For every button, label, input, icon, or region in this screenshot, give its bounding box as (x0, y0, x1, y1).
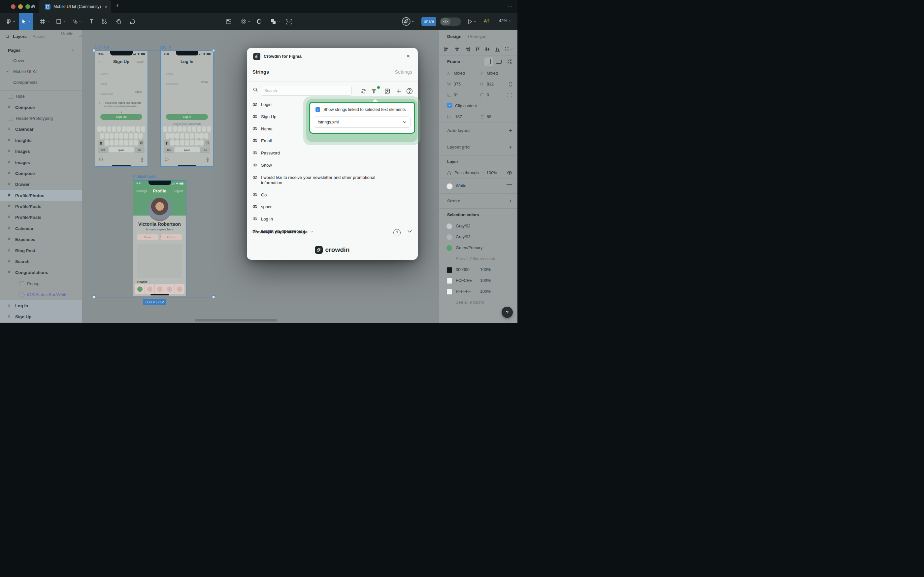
align-right-icon[interactable] (465, 47, 470, 52)
layer-row[interactable]: Drawer (0, 179, 82, 190)
hex-color-row[interactable]: 000000 100% (439, 265, 517, 276)
width-value[interactable]: 375 (454, 82, 461, 87)
add-string-icon[interactable] (395, 87, 402, 95)
blend-mode-value[interactable]: Pass through (454, 171, 479, 175)
file-tab[interactable]: Mobile UI kit (Community) × (39, 0, 111, 13)
code-frame-icon[interactable] (284, 13, 294, 30)
traffic-light-minimize[interactable] (18, 4, 23, 9)
string-item[interactable]: Go (253, 192, 388, 198)
file-select[interactable]: /strings.xml (314, 116, 410, 128)
layer-row[interactable]: Images (0, 157, 82, 168)
color-row[interactable]: Gray/02 (439, 221, 517, 232)
new-tab-button[interactable]: + (116, 3, 119, 10)
layer-row[interactable]: Profile/Photos (0, 190, 82, 201)
selection-handle-bottom-left[interactable] (93, 295, 95, 298)
frame-label-signup[interactable]: Sign Up (95, 45, 109, 50)
preview-help-icon[interactable]: ? (393, 229, 401, 236)
tab-settings[interactable]: Settings (395, 69, 412, 74)
tab-assets[interactable]: Assets (33, 34, 45, 39)
tidy-up-dropdown[interactable] (505, 47, 513, 52)
frame-type-dropdown[interactable]: Frame (447, 59, 460, 64)
add-stroke-button[interactable]: + (509, 198, 512, 204)
align-bottom-icon[interactable] (495, 47, 500, 52)
rotation-value[interactable]: 0° (454, 93, 458, 97)
login-frame[interactable]: 9:41 Log In Email PasswordShow Log In Fo… (160, 51, 214, 167)
boolean-groups-icon[interactable] (268, 13, 282, 30)
frame-tool[interactable] (37, 13, 52, 30)
file-pages-dropdown[interactable]: Mobile ... (61, 31, 73, 41)
layer-row[interactable]: Images (0, 146, 82, 157)
corner-radius-value[interactable]: 0 (487, 93, 489, 97)
layer-row[interactable]: Expenses (0, 234, 82, 245)
shrink-to-fit-icon[interactable] (507, 59, 512, 64)
profile-frame[interactable]: 9:41 Settings Profile Logout Victoriia R… (133, 180, 187, 296)
layer-row[interactable]: Hide (0, 91, 82, 102)
page-item[interactable]: ✓ Cover (0, 55, 82, 66)
independent-corners-icon[interactable] (507, 93, 512, 97)
chevron-down-icon[interactable] (310, 231, 313, 233)
align-left-icon[interactable] (444, 47, 449, 52)
mask-icon[interactable] (254, 13, 264, 30)
visibility-eye-icon[interactable] (507, 171, 512, 175)
color-row[interactable]: Gray/03 (439, 232, 517, 243)
layer-row[interactable]: Header/Prototyping (0, 113, 82, 124)
see-all-library-colors[interactable]: ⋮ See all 7 library colors (439, 254, 517, 265)
refresh-icon[interactable] (359, 87, 367, 95)
color-row[interactable]: Green/Primary (439, 243, 517, 254)
align-v-center-icon[interactable] (485, 47, 490, 52)
dev-mode-toggle[interactable]: </> (440, 18, 461, 26)
pen-tool[interactable] (70, 13, 84, 30)
modal-close-button[interactable]: × (403, 51, 413, 61)
home-icon[interactable] (31, 3, 36, 9)
page-item[interactable]: ✓ Mobile UI Kit (0, 66, 82, 77)
zoom-level-control[interactable]: 42% (499, 18, 512, 23)
traffic-light-close[interactable] (11, 4, 16, 9)
present-button[interactable] (465, 13, 480, 30)
add-layout-grid-button[interactable]: + (509, 144, 512, 150)
page-item[interactable]: ✓ Components (0, 77, 82, 88)
resources-tool[interactable] (99, 13, 110, 30)
collapse-chevron-icon[interactable] (407, 230, 412, 233)
layer-row[interactable]: Popup (0, 278, 82, 289)
tab-layers[interactable]: Layers (13, 34, 27, 39)
tab-prototype[interactable]: Prototype (468, 34, 486, 39)
x-value[interactable]: Mixed (454, 71, 465, 76)
string-item[interactable]: Log In (253, 216, 388, 222)
help-icon[interactable] (406, 87, 414, 95)
hex-color-row[interactable]: FCFCFE 100% (439, 276, 517, 287)
add-page-button[interactable]: + (71, 47, 74, 53)
horizontal-gap-value[interactable]: -187 (454, 114, 462, 119)
height-value[interactable]: 812 (487, 82, 494, 87)
layer-row[interactable]: Profile/Posts (0, 201, 82, 212)
layer-opacity-value[interactable]: 100% (486, 171, 497, 175)
orientation-portrait-button[interactable] (485, 58, 493, 66)
selection-handle-top-right[interactable] (212, 49, 215, 52)
component-tool[interactable] (238, 13, 253, 30)
traffic-light-zoom[interactable] (26, 4, 30, 9)
filter-icon[interactable] (370, 87, 378, 95)
layer-row[interactable]: Blog Post (0, 245, 82, 256)
user-avatar[interactable] (401, 13, 416, 30)
main-menu-button[interactable] (3, 13, 18, 30)
hex-color-row[interactable]: FFFFFF 100% (439, 287, 517, 297)
layer-row[interactable]: Calendar (0, 124, 82, 135)
vertical-gap-value[interactable]: 88 (487, 114, 491, 119)
missing-fonts-badge[interactable]: A? (484, 18, 489, 23)
selection-handle-top-left[interactable] (93, 49, 95, 52)
layer-row[interactable]: Log In (0, 300, 82, 311)
fill-color-swatch[interactable] (446, 183, 453, 190)
layer-row[interactable]: Compose (0, 102, 82, 113)
layer-row[interactable]: Profile/Posts (0, 212, 82, 223)
constrain-proportions-icon[interactable] (509, 82, 512, 87)
fill-color-name[interactable]: White (456, 184, 466, 188)
tab-strings[interactable]: Strings (253, 69, 269, 74)
selection-handle-bottom-right[interactable] (212, 295, 215, 298)
signup-frame[interactable]: 9:41 × Sign Up Login Name Email Password… (95, 51, 148, 167)
shape-tool[interactable] (53, 13, 68, 30)
string-item[interactable]: Show (253, 163, 388, 168)
hand-tool[interactable] (113, 13, 124, 30)
preview-label[interactable]: Preview in duplicated page (253, 229, 307, 234)
clip-content-checkbox[interactable]: ✓ (447, 103, 452, 108)
layer-row[interactable]: Search (0, 256, 82, 267)
export-icon[interactable] (383, 87, 391, 95)
